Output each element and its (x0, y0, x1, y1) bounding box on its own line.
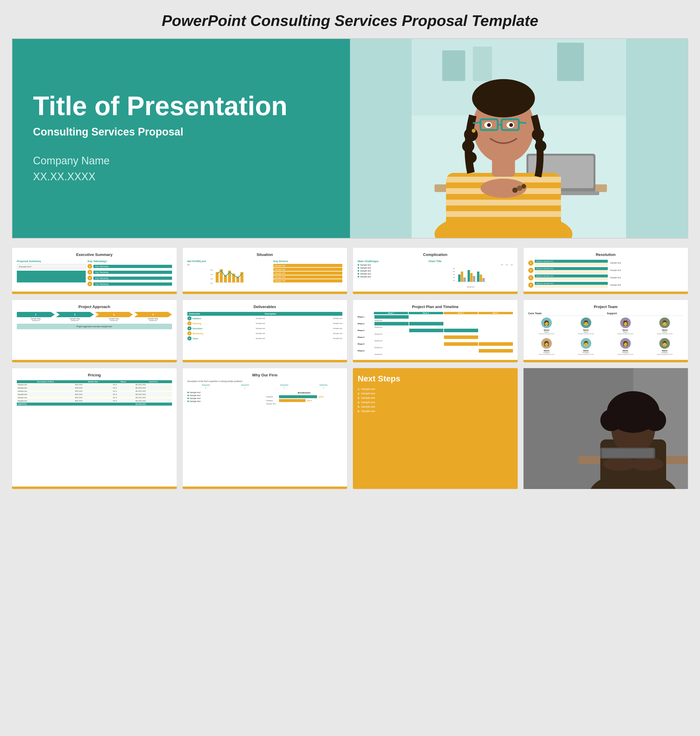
phase2-label: Phase 2 (358, 323, 374, 325)
thumb-project-team[interactable]: Project Team Core Team 👩 Name Name Sampl… (523, 300, 688, 363)
hero-subtitle: Consulting Services Proposal (33, 126, 329, 138)
key-takeaways-label: Key Takeaways (87, 260, 172, 263)
pricing-title: Pricing (17, 373, 172, 377)
key-drivers-label: Key Drivers (274, 260, 342, 263)
main-challenges-label: Main Challenges (358, 260, 426, 263)
page-title: PowerPoint Consulting Services Proposal … (12, 12, 688, 29)
deliverables-header: Deliverable Description (187, 312, 343, 316)
svg-point-31 (509, 123, 513, 127)
res-row-1: 1 Objective Sample Text Sample text (528, 260, 684, 266)
key-row-3: 3 Key Takeaway (87, 276, 172, 281)
svg-rect-58 (470, 273, 472, 282)
thumbnail-grid-row1: Executive Summary Proposal Summary Sampl… (12, 247, 688, 294)
svg-rect-60 (477, 272, 479, 282)
thumb-situation[interactable]: Situation Net Profit/Loss XX XX XX XX XX (182, 247, 348, 294)
support-team-row2: 👩 Name Position Sample background text 👨… (607, 338, 683, 355)
svg-text:XX: XX (453, 271, 455, 272)
thumb-why-our-firm[interactable]: Why Our Firm Description of the firm's e… (182, 368, 348, 489)
svg-rect-62 (482, 278, 485, 282)
thumb-next-steps[interactable]: Next Steps 1. Sample text 2. Sample text… (353, 368, 518, 489)
res-row-4: 4 Objective Sample Text Sample text (528, 282, 684, 288)
thumb-project-approach[interactable]: Project Approach 1 Sample Step Sample te… (12, 300, 177, 363)
pricing-table: Description of Work Weekly Rate Weeks To… (17, 380, 172, 406)
svg-point-21 (532, 128, 544, 141)
next-step-6: 6. Sample text (358, 410, 513, 413)
thumbnail-grid-row2: Project Approach 1 Sample Step Sample te… (12, 300, 688, 363)
svg-point-32 (472, 129, 475, 133)
core-team-label: Core Team (528, 312, 604, 316)
svg-rect-55 (461, 272, 463, 282)
chart-title-label: Chart Title (428, 260, 513, 263)
exec-summary-title: Executive Summary (17, 253, 172, 257)
phase3-label: Phase 3 (358, 329, 374, 331)
why-our-firm-title: Why Our Firm (187, 373, 343, 377)
svg-text:XX: XX (453, 268, 455, 269)
next-step-3: 3. Sample text (358, 397, 513, 400)
svg-point-35 (517, 185, 522, 191)
svg-point-18 (464, 128, 478, 142)
hero-title: Title of Presentation (33, 92, 329, 120)
project-team-title: Project Team (528, 304, 684, 309)
svg-point-20 (465, 152, 477, 163)
svg-rect-61 (479, 275, 482, 282)
thumb-project-timeline[interactable]: Project Plan and Timeline Week 1 Week 2 … (353, 300, 518, 363)
thumb-complication[interactable]: Complication Main Challenges Sample text… (353, 247, 518, 294)
hero-company: Company Name XX.XX.XXXX (33, 153, 329, 185)
breakdown-row-2: Category XX% (266, 399, 342, 402)
svg-text:XX: XX (453, 279, 455, 281)
approach-overview: Project approach overview sample text. (17, 324, 172, 329)
thumb-executive-summary[interactable]: Executive Summary Proposal Summary Sampl… (12, 247, 177, 294)
svg-rect-57 (468, 270, 470, 282)
svg-text:XX: XX (210, 278, 213, 280)
next-step-5: 5. Sample text (358, 405, 513, 408)
support-label: Support (607, 312, 683, 316)
res-row-3: 3 Objective Sample Text Sample text (528, 275, 684, 281)
svg-point-30 (487, 123, 491, 127)
phase4-label: Phase 4 (358, 336, 374, 338)
support-team-row: 👩 Name Name Sample background text 👨 Nam… (607, 317, 683, 335)
proposal-summary-label: Proposal Summary (17, 260, 86, 263)
svg-point-73 (600, 409, 622, 431)
hero-left-panel: Title of Presentation Consulting Service… (12, 39, 350, 238)
svg-line-27 (519, 122, 526, 123)
svg-rect-3 (473, 47, 492, 81)
thumb-final-photo (523, 368, 688, 489)
expertise-row: Expertise ✓ Expertise ✓ Expertise ✓ Expe… (187, 384, 343, 390)
svg-rect-41 (216, 272, 219, 282)
svg-point-19 (462, 140, 475, 152)
svg-text:XX: XX (453, 276, 455, 278)
thumb-resolution[interactable]: Resolution 1 Objective Sample Text Sampl… (523, 247, 688, 294)
situation-title: Situation (187, 253, 343, 257)
key-row-1: 1 Key Takeaway (87, 264, 172, 269)
thumbnail-grid-row3: Pricing Description of Work Weekly Rate … (12, 368, 688, 489)
svg-rect-78 (602, 449, 653, 458)
svg-point-34 (512, 187, 518, 192)
svg-line-26 (473, 122, 481, 123)
core-team-row2: 👩 Name Position Sample background text 👨… (528, 338, 604, 355)
next-step-1: 1. Sample text (358, 388, 513, 391)
svg-point-36 (522, 184, 526, 189)
svg-rect-13 (446, 200, 561, 206)
project-approach-title: Project Approach (17, 304, 172, 309)
net-profit-label: Net Profit/Loss (187, 260, 272, 263)
svg-text:XX: XX (453, 273, 455, 275)
svg-text:XX: XX (210, 269, 213, 271)
approach-steps: 1 Sample Step Sample text 2 Sample Step … (17, 312, 172, 321)
sample-text-why: Sample Text (266, 403, 342, 405)
thumb-deliverables[interactable]: Deliverables Deliverable Description 1 I… (182, 300, 348, 363)
svg-rect-2 (442, 50, 465, 81)
breakdown-title: Breakdown (266, 391, 342, 394)
hero-slide: Title of Presentation Consulting Service… (12, 38, 688, 239)
deliv-row-4: 4 Monitoring Sample text Sample text (187, 331, 343, 335)
final-photo-svg (524, 368, 688, 489)
svg-text:XX: XX (210, 282, 213, 284)
breakdown-row-1: Category XX% (266, 395, 342, 398)
thumb-pricing[interactable]: Pricing Description of Work Weekly Rate … (12, 368, 177, 489)
deliverables-title: Deliverables (187, 304, 343, 309)
exec-sample-text: Sample text (17, 264, 86, 269)
key-row-4: 4 Key Takeaway (87, 282, 172, 286)
deliv-row-3: 3 Execution Sample text Sample text (187, 326, 343, 331)
svg-rect-56 (463, 278, 466, 282)
svg-rect-59 (473, 276, 475, 282)
next-steps-title: Next Steps (358, 374, 513, 383)
